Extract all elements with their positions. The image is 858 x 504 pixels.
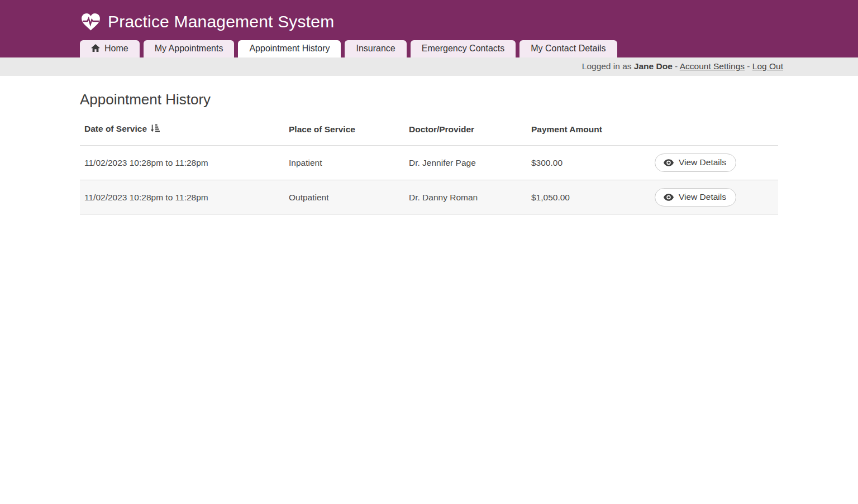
separator: - — [675, 61, 678, 71]
cell-place-of-service: Outpatient — [284, 180, 404, 215]
account-settings-link[interactable]: Account Settings — [680, 61, 745, 71]
tab-label: Appointment History — [249, 44, 330, 54]
heart-pulse-icon — [81, 13, 101, 31]
tab-label: Home — [104, 44, 128, 54]
view-details-button[interactable]: View Details — [655, 153, 736, 172]
app-header: Practice Management System Home My Appoi… — [0, 0, 858, 57]
tab-label: My Appointments — [155, 44, 223, 54]
cell-doctor-provider: Dr. Jennifer Page — [404, 146, 527, 180]
user-bar: Logged in as Jane Doe - Account Settings… — [0, 57, 858, 76]
page-title: Appointment History — [80, 91, 778, 108]
column-header-payment-amount: Payment Amount — [527, 116, 655, 146]
home-icon — [91, 44, 100, 52]
tab-insurance[interactable]: Insurance — [345, 40, 406, 57]
tab-my-contact-details[interactable]: My Contact Details — [519, 40, 617, 57]
table-header-row: Date of Service Place of Service Doctor/… — [80, 116, 778, 146]
logged-in-username: Jane Doe — [634, 61, 673, 71]
column-header-actions — [655, 116, 778, 146]
main-content: Appointment History Date of Service — [80, 76, 778, 215]
tab-emergency-contacts[interactable]: Emergency Contacts — [411, 40, 516, 57]
cell-place-of-service: Inpatient — [284, 146, 404, 180]
logged-in-prefix: Logged in as — [582, 61, 632, 71]
cell-actions: View Details — [655, 146, 778, 180]
tab-home[interactable]: Home — [80, 40, 140, 57]
view-details-label: View Details — [679, 157, 726, 167]
appointment-row: 11/02/2023 10:28pm to 11:28pm Inpatient … — [80, 146, 778, 180]
column-header-place-of-service: Place of Service — [284, 116, 404, 146]
log-out-link[interactable]: Log Out — [752, 61, 783, 71]
eye-icon — [664, 194, 674, 201]
column-header-date-of-service[interactable]: Date of Service — [80, 116, 284, 146]
view-details-button[interactable]: View Details — [655, 188, 736, 207]
appointment-history-table: Date of Service Place of Service Doctor/… — [80, 116, 778, 215]
app-title: Practice Management System — [108, 12, 334, 31]
view-details-label: View Details — [679, 192, 726, 202]
cell-actions: View Details — [655, 180, 778, 215]
appointment-row: 11/02/2023 10:28pm to 11:28pm Outpatient… — [80, 180, 778, 215]
tab-label: My Contact Details — [531, 44, 606, 54]
tab-appointment-history[interactable]: Appointment History — [238, 40, 341, 57]
column-header-doctor-provider: Doctor/Provider — [404, 116, 527, 146]
cell-payment-amount: $300.00 — [527, 146, 655, 180]
cell-date-of-service: 11/02/2023 10:28pm to 11:28pm — [80, 146, 284, 180]
separator: - — [747, 61, 750, 71]
eye-icon — [664, 159, 674, 166]
cell-date-of-service: 11/02/2023 10:28pm to 11:28pm — [80, 180, 284, 215]
cell-doctor-provider: Dr. Danny Roman — [404, 180, 527, 215]
tab-label: Insurance — [356, 44, 395, 54]
cell-payment-amount: $1,050.00 — [527, 180, 655, 215]
main-nav: Home My Appointments Appointment History… — [80, 40, 778, 57]
sort-ascending-icon — [150, 124, 160, 135]
appointment-table-body: 11/02/2023 10:28pm to 11:28pm Inpatient … — [80, 146, 778, 215]
tab-my-appointments[interactable]: My Appointments — [144, 40, 235, 57]
brand: Practice Management System — [80, 9, 778, 40]
tab-label: Emergency Contacts — [422, 44, 505, 54]
